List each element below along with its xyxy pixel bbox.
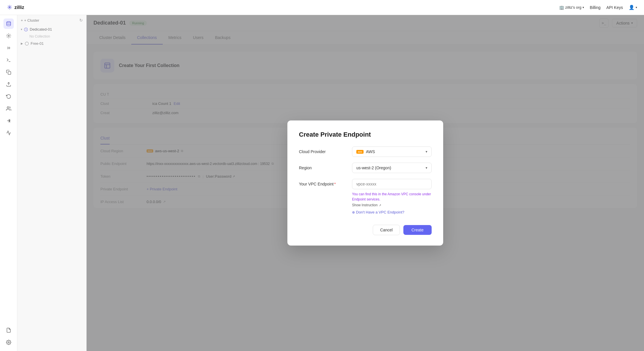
vpc-helper-text: You can find this in the Amazon VPC cons…	[352, 192, 432, 202]
cloud-provider-selected: aws AWS	[356, 149, 375, 154]
database-icon	[6, 21, 11, 26]
pipeline-icon	[6, 45, 11, 51]
import-icon	[6, 82, 11, 87]
svg-point-1	[8, 35, 9, 37]
plus-icon: +	[21, 18, 23, 23]
settings-icon-btn[interactable]	[3, 337, 14, 348]
app-body: + + Cluster ↻ ▾ Dedicated-01 No Collecti…	[0, 15, 644, 351]
aws-logo-badge: aws	[356, 150, 364, 154]
terminal-icon	[6, 57, 11, 63]
users-icon-btn[interactable]	[3, 103, 14, 114]
sidebar-tree: + + Cluster ↻ ▾ Dedicated-01 No Collecti…	[17, 15, 87, 351]
cloud-provider-value: AWS	[366, 149, 375, 154]
svg-point-5	[7, 107, 9, 108]
copy-icon-btn[interactable]	[3, 67, 14, 77]
region-chevron-icon: ▾	[426, 166, 427, 170]
free-cluster-item[interactable]: ▶ Free-01	[17, 40, 86, 47]
org-selector[interactable]: 🏢 zilliz's org ▾	[559, 5, 584, 10]
free-chevron-icon: ▶	[21, 42, 23, 45]
add-cluster-label: + Cluster	[24, 18, 39, 23]
vpc-input-area: You can find this in the Amazon VPC cons…	[352, 179, 432, 214]
main-panel: Dedicated-01 Running >_ Actions ▾ Cluste…	[87, 15, 644, 351]
terminal-icon-btn[interactable]	[3, 55, 14, 65]
region-select[interactable]: us-west-2 (Oregon) ▾	[352, 163, 432, 173]
import-icon-btn[interactable]	[3, 79, 14, 90]
vpc-endpoint-label: Your VPC Endpoint*	[299, 182, 336, 186]
analytics-icon	[6, 33, 11, 38]
add-cluster-btn[interactable]: + + Cluster	[21, 18, 39, 23]
doc-icon-btn[interactable]	[3, 325, 14, 335]
dedicated-cluster-icon	[24, 27, 28, 31]
free-cluster-icon	[25, 42, 29, 46]
external-icon: ↗	[379, 204, 381, 207]
doc-icon	[6, 328, 11, 333]
history-icon	[6, 94, 11, 99]
refresh-icon[interactable]: ↻	[79, 18, 83, 23]
pipeline-icon-btn[interactable]	[3, 43, 14, 53]
logo-area: ✳ zilliz	[7, 4, 24, 11]
svg-point-9	[25, 42, 29, 45]
vpc-endpoint-row: Your VPC Endpoint* You can find this in …	[299, 179, 432, 214]
connection-icon	[6, 118, 11, 123]
region-label: Region	[299, 166, 345, 170]
copy-icon	[6, 70, 11, 75]
star-icon: ✳	[7, 4, 12, 11]
no-collection-item: No Collection	[17, 33, 86, 40]
dont-have-vpc-label: Don't Have a VPC Endpoint?	[356, 210, 404, 214]
vpc-label-text: Your VPC Endpoint	[299, 182, 334, 186]
logo-text: zilliz	[14, 5, 24, 10]
svg-point-7	[8, 342, 9, 343]
cloud-provider-label: Cloud Provider	[299, 149, 345, 154]
cloud-provider-select[interactable]: aws AWS ▾	[352, 146, 432, 157]
required-star: *	[334, 182, 336, 186]
monitor-icon-btn[interactable]	[3, 128, 14, 138]
cloud-provider-row: Cloud Provider aws AWS ▾	[299, 146, 432, 157]
analytics-icon-btn[interactable]	[3, 31, 14, 41]
billing-link[interactable]: Billing	[590, 5, 600, 10]
dont-have-vpc-link[interactable]: ⊕ Don't Have a VPC Endpoint?	[352, 210, 432, 214]
org-name: zilliz's org	[565, 5, 581, 10]
cancel-button[interactable]: Cancel	[373, 225, 400, 235]
show-instruction-label: Show Instruction	[352, 203, 378, 207]
modal-title: Create Private Endpoint	[299, 131, 432, 138]
database-icon-btn[interactable]	[3, 18, 14, 29]
user-icon: 👤	[629, 5, 634, 10]
users-icon	[6, 106, 11, 111]
modal-overlay: Create Private Endpoint Cloud Provider a…	[87, 15, 644, 351]
show-instruction-link[interactable]: Show Instruction ↗	[352, 203, 432, 207]
vpc-link-icon: ⊕	[352, 210, 355, 214]
vpc-label-area: Your VPC Endpoint*	[299, 179, 345, 186]
org-chevron-icon: ▾	[583, 6, 584, 9]
create-button[interactable]: Create	[403, 225, 432, 235]
org-icon: 🏢	[559, 5, 564, 10]
vpc-endpoint-input[interactable]	[352, 179, 432, 189]
dedicated-cluster-label: Dedicated-01	[30, 27, 52, 31]
no-collection-label: No Collection	[29, 34, 50, 38]
connection-icon-btn[interactable]	[3, 116, 14, 126]
user-menu[interactable]: 👤 ▾	[629, 5, 637, 10]
cluster-chevron-icon: ▾	[21, 28, 22, 31]
settings-icon	[6, 340, 11, 345]
region-value: us-west-2 (Oregon)	[356, 166, 391, 170]
global-nav-right: 🏢 zilliz's org ▾ Billing API Keys 👤 ▾	[559, 5, 637, 10]
free-cluster-label: Free-01	[31, 41, 44, 46]
svg-rect-3	[8, 72, 11, 75]
modal-dialog: Create Private Endpoint Cloud Provider a…	[287, 120, 443, 246]
cloud-provider-chevron-icon: ▾	[426, 150, 427, 154]
region-row: Region us-west-2 (Oregon) ▾	[299, 163, 432, 173]
history-icon-btn[interactable]	[3, 91, 14, 102]
sidebar-icons	[0, 15, 17, 351]
global-header: ✳ zilliz 🏢 zilliz's org ▾ Billing API Ke…	[0, 0, 644, 15]
user-chevron-icon: ▾	[636, 6, 637, 9]
dedicated-cluster-item[interactable]: ▾ Dedicated-01	[17, 25, 86, 33]
sidebar-tree-header: + + Cluster ↻	[17, 15, 86, 25]
api-keys-link[interactable]: API Keys	[606, 5, 623, 10]
modal-footer: Cancel Create	[299, 225, 432, 235]
monitor-icon	[6, 130, 11, 135]
svg-point-0	[7, 22, 11, 23]
